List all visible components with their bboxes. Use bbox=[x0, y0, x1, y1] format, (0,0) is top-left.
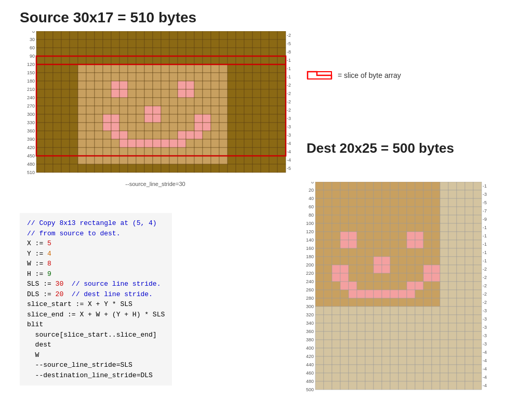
dest-title: Dest 20x25 = 500 bytes bbox=[307, 140, 454, 156]
dest-grid-container: --destination_line_stride=20 bbox=[299, 182, 487, 399]
code-line-11: blit bbox=[27, 320, 165, 330]
slice-icon bbox=[307, 68, 332, 83]
code-line-9: slice_start := X + Y * SLS bbox=[27, 299, 165, 310]
source-grid-container: --source_line_stride=30 bbox=[20, 31, 291, 187]
code-block: // Copy 8x13 rectangle at (5, 4) // from… bbox=[20, 213, 172, 385]
dest-grid-canvas bbox=[299, 182, 487, 396]
code-line-6: H := 9 bbox=[27, 269, 165, 280]
code-line-7: SLS := 30 // source line stride. bbox=[27, 279, 165, 289]
code-line-4: Y := 4 bbox=[27, 249, 165, 259]
code-line-16: --destination_line_stride=DLS bbox=[27, 370, 165, 381]
code-line-10: slice_end := X + W + (Y + H) * SLS bbox=[27, 310, 165, 320]
source-grid-canvas bbox=[20, 31, 291, 179]
slice-legend-text: = slice of byte array bbox=[338, 71, 401, 79]
source-stride-label: --source_line_stride=30 bbox=[20, 181, 291, 187]
code-line-12: source[slice_start..slice_end] bbox=[27, 330, 165, 340]
slice-legend: = slice of byte array bbox=[307, 68, 401, 83]
code-line-14: W bbox=[27, 350, 165, 361]
code-line-3: X := 5 bbox=[27, 238, 165, 249]
source-title: Source 30x17 = 510 bytes bbox=[20, 9, 196, 26]
code-line-13: dest bbox=[27, 340, 165, 350]
code-line-15: --source_line_stride=SLS bbox=[27, 360, 165, 370]
code-line-5: W := 8 bbox=[27, 259, 165, 269]
code-line-8: DLS := 20 // dest line stride. bbox=[27, 289, 165, 300]
code-line-1: // Copy 8x13 rectangle at (5, 4) bbox=[27, 218, 165, 229]
code-line-2: // from source to dest. bbox=[27, 229, 165, 239]
